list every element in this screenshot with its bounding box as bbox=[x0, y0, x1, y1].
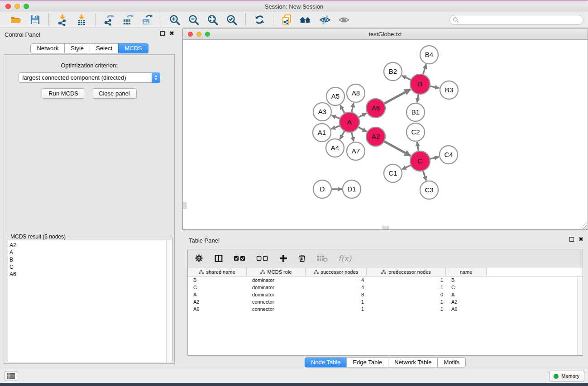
mcds-result-item[interactable]: C bbox=[10, 263, 167, 271]
tab-network-table[interactable]: Network Table bbox=[388, 357, 438, 367]
zoom-fit-button[interactable] bbox=[206, 13, 220, 27]
graph-node-C4[interactable]: C4 bbox=[440, 146, 458, 164]
network-canvas[interactable]: B4B2BB3A5A8A6A3B1AA1C2A2A4A7C4CC1C3DD1 bbox=[183, 40, 588, 229]
apply-layout-button[interactable] bbox=[253, 13, 266, 27]
import-network-button[interactable] bbox=[56, 13, 69, 27]
minimize-network-window-button[interactable] bbox=[196, 32, 201, 37]
criterion-dropdown[interactable]: largest connected component (directed) bbox=[19, 72, 160, 83]
mcds-result-item[interactable]: A bbox=[10, 249, 167, 256]
close-window-button[interactable] bbox=[5, 4, 11, 9]
delete-column-button[interactable] bbox=[298, 253, 306, 263]
tab-node-table[interactable]: Node Table bbox=[305, 357, 347, 367]
network-window-titlebar[interactable]: testGlobe.txt bbox=[183, 29, 588, 40]
column-header-successor-nodes[interactable]: successor nodes bbox=[306, 267, 367, 276]
graph-node-A1[interactable]: A1 bbox=[313, 124, 331, 142]
window-titlebar[interactable]: Session: New Session bbox=[0, 1, 588, 12]
open-session-button[interactable] bbox=[9, 13, 23, 27]
tab-network[interactable]: Network bbox=[30, 43, 65, 53]
zoom-window-button[interactable] bbox=[24, 4, 29, 9]
graph-node-D1[interactable]: D1 bbox=[343, 180, 361, 198]
tab-edge-table[interactable]: Edge Table bbox=[346, 357, 388, 367]
column-header-shared-name[interactable]: shared name bbox=[188, 267, 247, 276]
mcds-result-item[interactable]: A2 bbox=[10, 242, 167, 249]
graph-node-C3[interactable]: C3 bbox=[420, 181, 438, 199]
show-panel-button[interactable] bbox=[337, 13, 351, 27]
column-header-predecessor-nodes[interactable]: predecessor nodes bbox=[367, 267, 446, 276]
show-all-networks-button[interactable] bbox=[299, 13, 313, 27]
graph-node-C1[interactable]: C1 bbox=[384, 164, 402, 182]
tab-style[interactable]: Style bbox=[64, 43, 90, 53]
tab-mcds[interactable]: MCDS bbox=[118, 43, 148, 53]
attribute-type-icon bbox=[314, 270, 319, 274]
table-row[interactable]: Bdominator41B bbox=[188, 276, 583, 284]
select-all-rows-button[interactable] bbox=[234, 255, 246, 262]
minimize-window-button[interactable] bbox=[14, 4, 20, 9]
search-input[interactable] bbox=[449, 15, 583, 25]
mcds-tab-content: Optimization criterion: largest connecte… bbox=[4, 54, 175, 364]
search-field-wrap bbox=[449, 15, 583, 25]
save-session-button[interactable] bbox=[28, 13, 42, 27]
graph-node-A3[interactable]: A3 bbox=[313, 103, 331, 121]
graph-node-A7[interactable]: A7 bbox=[347, 142, 365, 160]
table-scrollbar[interactable] bbox=[577, 276, 583, 355]
close-table-panel-icon[interactable]: ✖ bbox=[578, 237, 583, 242]
graph-node-A4[interactable]: A4 bbox=[326, 139, 344, 157]
graph-node-B[interactable]: B bbox=[410, 74, 430, 94]
canvas-vertical-scroll-thumb[interactable] bbox=[183, 202, 186, 209]
graph-node-B3[interactable]: B3 bbox=[440, 81, 458, 99]
table-row[interactable]: A2connector11A2 bbox=[188, 298, 583, 305]
close-panel-icon[interactable]: ✖ bbox=[169, 31, 174, 36]
hide-panel-button[interactable] bbox=[318, 13, 332, 27]
table-settings-button[interactable] bbox=[194, 253, 204, 263]
import-table-button[interactable] bbox=[75, 13, 88, 27]
tab-select[interactable]: Select bbox=[90, 43, 119, 53]
graph-node-C[interactable]: C bbox=[410, 151, 430, 171]
graph-node-C2[interactable]: C2 bbox=[406, 123, 425, 141]
float-panel-icon[interactable] bbox=[160, 31, 165, 36]
canvas-horizontal-scroll-thumb[interactable] bbox=[382, 226, 389, 229]
close-network-window-button[interactable] bbox=[188, 32, 193, 37]
network-window-title: testGlobe.txt bbox=[369, 31, 402, 38]
memory-button[interactable]: Memory bbox=[550, 371, 584, 381]
create-column-button[interactable] bbox=[279, 254, 288, 263]
eye-icon bbox=[338, 14, 350, 26]
graph-node-A[interactable]: A bbox=[339, 112, 359, 132]
table-cell: 1 bbox=[306, 298, 367, 305]
zoom-selected-button[interactable] bbox=[225, 13, 239, 27]
tab-motifs[interactable]: Motifs bbox=[437, 357, 466, 367]
network-graph[interactable]: B4B2BB3A5A8A6A3B1AA1C2A2A4A7C4CC1C3DD1 bbox=[183, 40, 588, 229]
export-table-button[interactable] bbox=[121, 13, 135, 27]
graph-node-B2[interactable]: B2 bbox=[384, 62, 402, 81]
task-history-button[interactable] bbox=[5, 371, 17, 381]
export-image-button[interactable] bbox=[140, 13, 154, 27]
close-panel-button[interactable]: Close panel bbox=[92, 88, 137, 99]
zoom-in-button[interactable] bbox=[168, 13, 182, 27]
graph-node-D[interactable]: D bbox=[313, 180, 331, 198]
gear-icon bbox=[194, 253, 204, 263]
export-network-button[interactable] bbox=[102, 13, 116, 27]
mcds-result-item[interactable]: A6 bbox=[10, 271, 167, 278]
clone-network-button[interactable] bbox=[280, 13, 294, 27]
node-label: C bbox=[418, 157, 423, 165]
column-header-MCDS-role[interactable]: MCDS role bbox=[247, 267, 306, 276]
run-mcds-button[interactable]: Run MCDS bbox=[42, 88, 85, 99]
table-row[interactable]: Cdominator41C bbox=[188, 284, 583, 291]
deselect-all-rows-button[interactable] bbox=[256, 255, 269, 262]
graph-node-A5[interactable]: A5 bbox=[326, 87, 344, 105]
show-column-button[interactable] bbox=[214, 254, 224, 263]
column-header-name[interactable]: name bbox=[446, 267, 487, 276]
window-resize-grip[interactable] bbox=[581, 223, 587, 229]
float-table-panel-icon[interactable] bbox=[569, 237, 574, 242]
table-row[interactable]: Adominator80A bbox=[188, 291, 583, 298]
table-row[interactable]: A6connector11A6 bbox=[188, 305, 583, 313]
graph-node-A8[interactable]: A8 bbox=[347, 84, 365, 102]
mcds-list-scrollbar[interactable] bbox=[166, 240, 172, 362]
graph-node-A6[interactable]: A6 bbox=[366, 99, 385, 118]
zoom-out-button[interactable] bbox=[187, 13, 201, 27]
mcds-result-item[interactable]: B bbox=[10, 256, 167, 263]
graph-node-A2[interactable]: A2 bbox=[366, 127, 385, 146]
zoom-network-window-button[interactable] bbox=[205, 32, 210, 37]
graph-node-B1[interactable]: B1 bbox=[406, 103, 425, 121]
graph-node-B4[interactable]: B4 bbox=[420, 46, 438, 64]
node-label: B2 bbox=[389, 67, 397, 75]
